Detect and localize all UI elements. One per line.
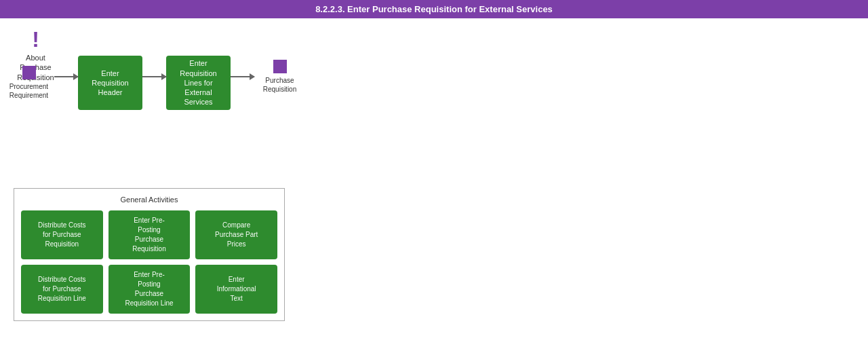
- activity-distribute-costs[interactable]: Distribute Costsfor PurchaseRequisition: [21, 210, 103, 259]
- step2-container: Enter RequisitionLines forExternalServic…: [166, 56, 231, 110]
- general-activities-label: General Activities: [21, 196, 277, 204]
- step1-box[interactable]: Enter RequisitionHeader: [78, 56, 142, 110]
- arrow-3: [231, 76, 254, 77]
- header-title: 8.2.2.3. Enter Purchase Requisition for …: [315, 4, 553, 14]
- start-node: ProcurementRequirement: [3, 66, 54, 100]
- main-content: ! AboutPurchaseRequisition ProcurementRe…: [0, 18, 868, 350]
- step2-box[interactable]: Enter RequisitionLines forExternalServic…: [166, 56, 231, 110]
- arrow-2: [142, 76, 166, 77]
- activity-enter-informational[interactable]: EnterInformationalText: [195, 265, 277, 314]
- activity-distribute-costs-line[interactable]: Distribute Costsfor PurchaseRequisition …: [21, 265, 103, 314]
- activity-enter-pre-posting-line[interactable]: Enter Pre-PostingPurchaseRequisition Lin…: [108, 265, 191, 314]
- start-label: ProcurementRequirement: [9, 82, 48, 100]
- end-square: [273, 60, 287, 73]
- page-title: 8.2.2.3. Enter Purchase Requisition for …: [0, 0, 868, 18]
- arrow-1: [54, 76, 78, 77]
- activities-grid: Distribute Costsfor PurchaseRequisition …: [21, 210, 277, 314]
- info-icon: !: [32, 29, 39, 50]
- end-label: PurchaseRequisition: [263, 76, 296, 94]
- step1-container: Enter RequisitionHeader: [78, 56, 142, 110]
- activity-compare-purchase[interactable]: ComparePurchase PartPrices: [195, 210, 277, 259]
- flow-area: ProcurementRequirement Enter Requisition…: [3, 56, 305, 110]
- start-square: [22, 66, 36, 79]
- general-activities-section: General Activities Distribute Costsfor P…: [14, 188, 285, 321]
- end-node: PurchaseRequisition: [254, 60, 305, 94]
- activity-enter-pre-posting[interactable]: Enter Pre-PostingPurchaseRequisition: [108, 210, 191, 259]
